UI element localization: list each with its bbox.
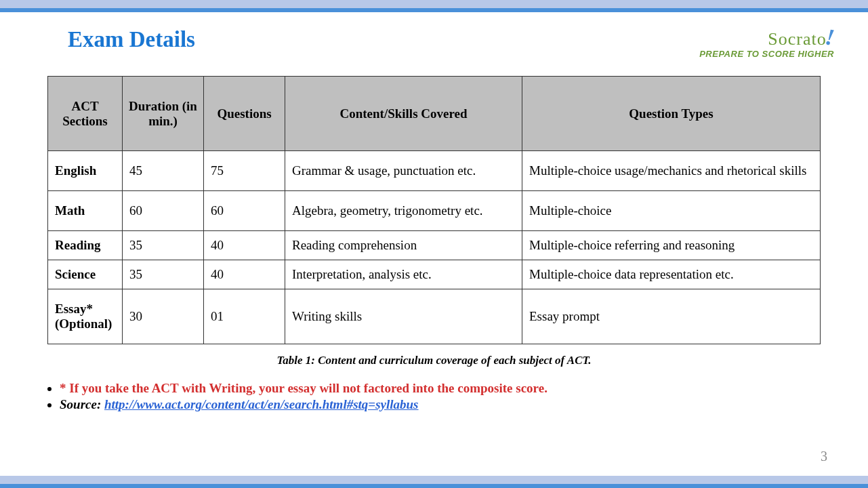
page-title: Exam Details (68, 27, 195, 52)
page-number: 3 (821, 449, 827, 464)
cell-content: Reading comprehension (285, 231, 522, 260)
cell-content: Writing skills (285, 289, 522, 344)
cell-content: Grammar & usage, punctuation etc. (285, 151, 522, 191)
cell-questions: 40 (204, 260, 285, 289)
cell-types: Multiple-choice referring and reasoning (522, 231, 821, 260)
th-types: Question Types (522, 77, 821, 151)
th-duration: Duration (in min.) (123, 77, 204, 151)
cell-types: Multiple-choice usage/mechanics and rhet… (522, 151, 821, 191)
cell-types: Multiple-choice data representation etc. (522, 260, 821, 289)
cell-questions: 01 (204, 289, 285, 344)
table-row: Science 35 40 Interpretation, analysis e… (48, 260, 821, 289)
note-source: Source: http://www.act.org/content/act/e… (60, 397, 821, 412)
cell-section: English (48, 151, 123, 191)
th-section: ACT Sections (48, 77, 123, 151)
cell-section: Math (48, 191, 123, 231)
table-row: Essay* (Optional) 30 01 Writing skills E… (48, 289, 821, 344)
bottom-bar-light (0, 476, 868, 484)
slide-content: Exam Details Socrato! PREPARE TO SCORE H… (0, 12, 868, 412)
cell-types: Multiple-choice (522, 191, 821, 231)
logo-exclamation-icon: ! (823, 24, 835, 50)
exam-table: ACT Sections Duration (in min.) Question… (47, 76, 821, 344)
logo: Socrato! PREPARE TO SCORE HIGHER (699, 24, 834, 59)
logo-main: Socrato (768, 29, 826, 49)
cell-section: Essay* (Optional) (48, 289, 123, 344)
cell-duration: 35 (123, 260, 204, 289)
logo-text-row: Socrato! (699, 24, 834, 50)
cell-duration: 35 (123, 231, 204, 260)
table-row: Math 60 60 Algebra, geometry, trigonomet… (48, 191, 821, 231)
cell-duration: 45 (123, 151, 204, 191)
table-row: Reading 35 40 Reading comprehension Mult… (48, 231, 821, 260)
cell-duration: 60 (123, 191, 204, 231)
table-caption: Table 1: Content and curriculum coverage… (47, 354, 821, 367)
note-warning-text: * If you take the ACT with Writing, your… (60, 381, 547, 395)
cell-content: Interpretation, analysis etc. (285, 260, 522, 289)
cell-questions: 40 (204, 231, 285, 260)
top-bar-light (0, 0, 868, 8)
cell-duration: 30 (123, 289, 204, 344)
table-header-row: ACT Sections Duration (in min.) Question… (48, 77, 821, 151)
note-warning: * If you take the ACT with Writing, your… (60, 381, 821, 396)
logo-tagline: PREPARE TO SCORE HIGHER (699, 49, 834, 59)
th-questions: Questions (204, 77, 285, 151)
table-row: English 45 75 Grammar & usage, punctuati… (48, 151, 821, 191)
cell-questions: 75 (204, 151, 285, 191)
bottom-bars (0, 476, 868, 488)
header-row: Exam Details Socrato! PREPARE TO SCORE H… (47, 24, 821, 59)
note-source-label: Source: (60, 397, 104, 411)
source-link[interactable]: http://www.act.org/content/act/en/search… (104, 397, 419, 411)
cell-questions: 60 (204, 191, 285, 231)
notes-list: * If you take the ACT with Writing, your… (47, 381, 821, 412)
cell-section: Science (48, 260, 123, 289)
cell-section: Reading (48, 231, 123, 260)
bottom-bar-dark (0, 484, 868, 488)
cell-content: Algebra, geometry, trigonometry etc. (285, 191, 522, 231)
th-content: Content/Skills Covered (285, 77, 522, 151)
cell-types: Essay prompt (522, 289, 821, 344)
